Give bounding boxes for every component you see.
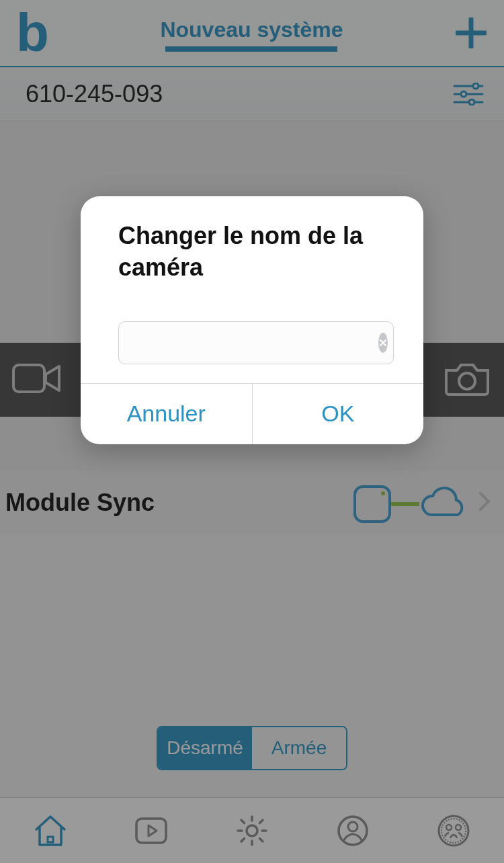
clear-input-button[interactable]	[378, 333, 388, 353]
ok-button[interactable]: OK	[252, 384, 424, 444]
dialog-button-row: Annuler OK	[81, 383, 423, 444]
camera-name-input[interactable]	[119, 322, 378, 364]
dialog-title: Changer le nom de la caméra	[118, 220, 394, 284]
x-circle-icon	[378, 338, 388, 347]
cancel-button[interactable]: Annuler	[81, 384, 252, 444]
dialog-input-wrap	[118, 321, 394, 364]
rename-camera-dialog: Changer le nom de la caméra Annuler OK	[81, 196, 423, 444]
